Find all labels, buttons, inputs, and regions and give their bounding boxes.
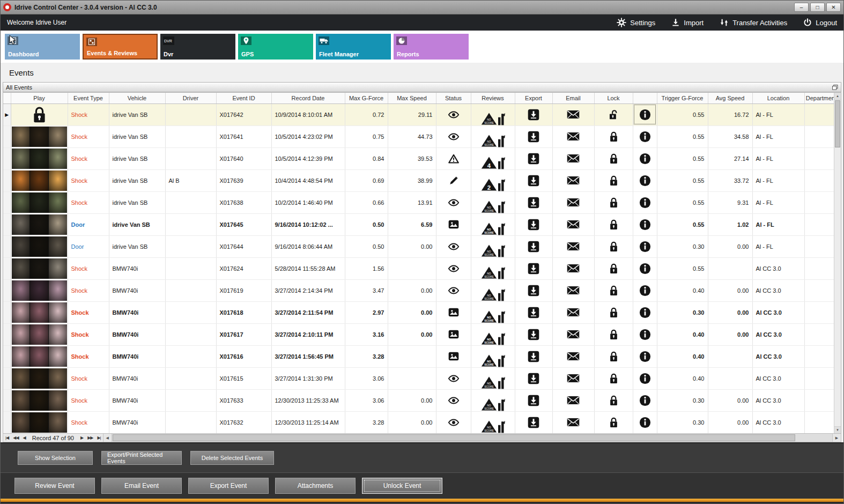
- event-row[interactable]: ShockBMW740iX0176163/27/2014 1:56:45 PM3…: [3, 345, 838, 367]
- info-cell[interactable]: [633, 257, 657, 279]
- column-header-event-id[interactable]: Event ID: [216, 93, 271, 103]
- email-icon[interactable]: [567, 132, 580, 141]
- tab-fleet-manager[interactable]: Fleet Manager: [316, 34, 391, 60]
- export-icon[interactable]: [528, 241, 539, 253]
- email-cell[interactable]: [552, 125, 594, 147]
- reviews-cell[interactable]: 4: [471, 147, 515, 169]
- lock-icon[interactable]: [609, 153, 618, 165]
- lock-cell[interactable]: [594, 213, 633, 235]
- window-restore-icon[interactable]: [832, 85, 838, 90]
- reviews-cell[interactable]: NOSCORE: [471, 103, 515, 125]
- review-score-badge[interactable]: NOSCORE: [481, 420, 497, 433]
- minimize-button[interactable]: –: [794, 3, 809, 12]
- export-cell[interactable]: [515, 389, 552, 411]
- play-cell[interactable]: [11, 257, 68, 279]
- lock-icon[interactable]: [609, 351, 618, 362]
- email-icon[interactable]: [567, 176, 580, 185]
- info-icon[interactable]: [639, 175, 651, 187]
- maximize-button[interactable]: □: [810, 3, 825, 12]
- export-print-selected-events-button[interactable]: Export/Print Selected Events: [101, 451, 182, 465]
- vertical-scrollbar-thumb[interactable]: [835, 100, 840, 147]
- reviews-cell[interactable]: NOSCORE: [471, 213, 515, 235]
- column-header-avg-speed[interactable]: Avg Speed: [708, 93, 752, 103]
- event-video-thumbnail[interactable]: [12, 214, 67, 235]
- tab-reports[interactable]: Reports: [394, 34, 469, 60]
- eye-icon[interactable]: [448, 419, 460, 426]
- info-icon[interactable]: [639, 219, 651, 231]
- email-icon[interactable]: [567, 154, 580, 163]
- review-score-badge[interactable]: NOSCORE: [481, 222, 497, 235]
- lock-icon[interactable]: [609, 285, 618, 297]
- event-row[interactable]: ShockBMW740iX0176183/27/2014 2:11:54 PM2…: [3, 301, 838, 323]
- delete-selected-events-button[interactable]: Delete Selected Events: [190, 451, 274, 465]
- status-cell[interactable]: [436, 257, 471, 279]
- chart-bars-icon[interactable]: [498, 420, 505, 433]
- scroll-up-icon[interactable]: ▲: [834, 93, 841, 100]
- email-icon[interactable]: [567, 352, 580, 361]
- info-cell[interactable]: [633, 169, 657, 191]
- review-score-badge[interactable]: NOSCORE: [481, 134, 497, 147]
- event-video-thumbnail[interactable]: [12, 236, 67, 257]
- export-cell[interactable]: [515, 191, 552, 213]
- eye-icon[interactable]: [448, 265, 460, 272]
- event-row[interactable]: Shockidrive Van SBAl BX01763910/4/2014 4…: [3, 169, 838, 191]
- lock-icon[interactable]: [609, 417, 618, 428]
- export-icon[interactable]: [528, 329, 539, 340]
- play-cell[interactable]: [11, 235, 68, 257]
- reviews-cell[interactable]: NOSCORE: [471, 389, 515, 411]
- lock-cell[interactable]: [594, 169, 633, 191]
- info-icon[interactable]: [639, 351, 651, 362]
- column-header-lock[interactable]: Lock: [594, 93, 633, 103]
- lock-icon[interactable]: [609, 373, 618, 384]
- topbar-transfer-activities-button[interactable]: Transfer Activities: [720, 18, 787, 27]
- chart-bars-icon[interactable]: [498, 376, 505, 389]
- info-cell[interactable]: [633, 411, 657, 433]
- play-cell[interactable]: [11, 323, 68, 345]
- column-header-status[interactable]: Status: [436, 93, 471, 103]
- email-cell[interactable]: [552, 213, 594, 235]
- review-event-button[interactable]: Review Event: [14, 478, 95, 494]
- email-icon[interactable]: [567, 264, 580, 273]
- chart-bars-icon[interactable]: [498, 157, 505, 169]
- export-cell[interactable]: [515, 213, 552, 235]
- column-header-play[interactable]: Play: [11, 93, 68, 103]
- status-cell[interactable]: [436, 235, 471, 257]
- export-icon[interactable]: [528, 175, 539, 187]
- export-icon[interactable]: [528, 351, 539, 362]
- export-cell[interactable]: [515, 125, 552, 147]
- export-cell[interactable]: [515, 103, 552, 125]
- tab-gps[interactable]: GPS: [238, 34, 313, 60]
- status-cell[interactable]: [436, 147, 471, 169]
- reviews-cell[interactable]: NOSCORE: [471, 191, 515, 213]
- chart-bars-icon[interactable]: [498, 354, 505, 367]
- tab-dashboard[interactable]: Dashboard: [5, 34, 80, 60]
- play-cell[interactable]: [11, 279, 68, 301]
- reviews-cell[interactable]: NOSCORE: [471, 367, 515, 389]
- close-button[interactable]: ✕: [826, 3, 841, 12]
- eye-icon[interactable]: [448, 133, 460, 140]
- status-cell[interactable]: [436, 169, 471, 191]
- unlock-icon[interactable]: [609, 109, 619, 121]
- column-header-max-speed[interactable]: Max Speed: [388, 93, 436, 103]
- event-row[interactable]: Shockidrive Van SBX01764010/5/2014 4:12:…: [3, 147, 838, 169]
- locked-video-icon[interactable]: [32, 106, 47, 124]
- email-cell[interactable]: [552, 103, 594, 125]
- export-cell[interactable]: [515, 147, 552, 169]
- info-cell[interactable]: [633, 323, 657, 345]
- play-cell[interactable]: [11, 213, 68, 235]
- export-cell[interactable]: [515, 301, 552, 323]
- reviews-cell[interactable]: NOSCORE: [471, 345, 515, 367]
- info-cell[interactable]: [633, 147, 657, 169]
- column-header-max-g-force[interactable]: Max G-Force: [345, 93, 388, 103]
- info-icon[interactable]: [639, 241, 651, 253]
- chart-bars-icon[interactable]: [498, 135, 505, 147]
- column-header-driver[interactable]: Driver: [165, 93, 216, 103]
- event-row[interactable]: Shockidrive Van SBX01763810/2/2014 1:46:…: [3, 191, 838, 213]
- review-score-badge[interactable]: NOSCORE: [481, 354, 497, 367]
- event-video-thumbnail[interactable]: [12, 324, 67, 345]
- unlock-event-button[interactable]: Unlock Event: [362, 478, 442, 494]
- first-record-button[interactable]: |◀: [3, 435, 11, 440]
- email-icon[interactable]: [567, 330, 580, 339]
- chart-bars-icon[interactable]: [498, 398, 505, 411]
- column-header-trigger-g-force[interactable]: Trigger G-Force: [657, 93, 708, 103]
